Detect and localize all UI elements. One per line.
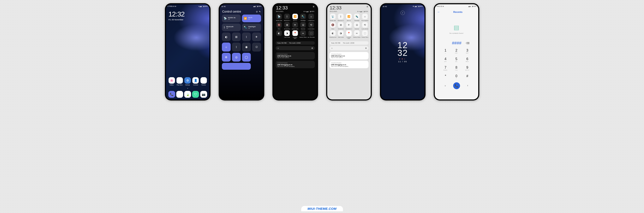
status-left: PM12:32 ⊕ <box>436 5 444 7</box>
qs-toggle[interactable]: 🔦Flashlight <box>353 14 360 21</box>
key-4[interactable]: 4GHI <box>440 56 451 63</box>
aod-min: 32 <box>398 49 408 57</box>
qs-toggle[interactable]: ◑Dark mode <box>284 30 290 39</box>
key-6[interactable]: 6MNO <box>462 56 473 63</box>
app-settings[interactable]: ⚙Settings <box>184 77 191 86</box>
toggle-sq[interactable]: ◐ <box>222 32 231 41</box>
qs-toggle[interactable]: 🔦Flashlight <box>300 14 307 21</box>
key-2[interactable]: 2ABC <box>451 48 462 54</box>
notification[interactable]: ⊙ Android SystemUSB tethering is onTap f… <box>276 52 315 59</box>
app-play-store[interactable]: ▶Play Store <box>176 77 183 86</box>
qs-date: 05/11/2021 <box>330 11 342 12</box>
qs-toggle[interactable]: ✈rplane mode <box>292 22 298 29</box>
toggle-sq[interactable]: ⚙ <box>222 53 231 62</box>
menu-icon[interactable]: ≡ <box>357 5 368 8</box>
key-*[interactable]: * <box>440 73 451 80</box>
tile-mobile da[interactable]: 📡Mobile daOff <box>222 14 241 22</box>
tile-wi-fi[interactable]: 📶Wi-FiOn <box>242 14 261 22</box>
menu-icon[interactable]: ≡ <box>445 85 446 87</box>
backspace-icon[interactable]: ⌫ <box>466 42 470 45</box>
qs-toggle[interactable]: ᛒBluetooth ᐯ <box>337 14 344 21</box>
call-button[interactable]: 📞 <box>453 82 460 89</box>
key-3[interactable]: 3DEF <box>462 48 473 54</box>
qs-toggle[interactable]: ✈Aeroplane m <box>345 22 352 29</box>
toggle-sq[interactable]: ◉ <box>242 42 251 51</box>
notification[interactable]: ⊙ Android SystemUSB debugging is onTap t… <box>276 61 315 68</box>
key-9[interactable]: 9WXYZ <box>462 65 473 72</box>
key-7[interactable]: 7PQRS <box>440 65 451 72</box>
qs-toggle[interactable]: ∞Nearby Share <box>353 30 360 39</box>
empty-text: No contacts found <box>435 32 478 34</box>
app-contacts[interactable]: 👤Contacts <box>192 77 199 86</box>
drawer-chevron-icon[interactable]: ⌃ <box>168 88 207 90</box>
dock-app[interactable]: 📷 <box>200 91 207 98</box>
key-1[interactable]: 1∞ <box>440 48 451 54</box>
dock-app[interactable]: ▯ <box>176 91 183 98</box>
status-left: 0.7KB/s ⊕ ⊗ <box>168 5 176 7</box>
qs-toggle[interactable]: ☼Auto-brightne <box>361 14 368 21</box>
menu-icon[interactable]: ≡ <box>304 5 314 8</box>
qs-toggle[interactable]: 📍LocationGPS <box>292 30 298 39</box>
toggle-sq[interactable]: ⟟ <box>232 42 241 51</box>
key-#[interactable]: # <box>462 73 473 80</box>
toggle-sq[interactable]: ◯ <box>242 53 251 62</box>
qs-toggle[interactable]: 📶Wi-Fi ᐯ <box>292 14 298 21</box>
phone-dialer: PM12:32 ⊕◢◢ ⬚▮ 66% ←Recents ▤No contacts… <box>434 3 479 101</box>
notification[interactable]: ⊙ Android SystemUSB tethering is onTap f… <box>330 52 368 59</box>
app-themes[interactable]: ✎Themes <box>200 77 207 86</box>
number-display: #### <box>452 41 462 45</box>
phone-control-centre: Jio 4G◢◢ ⬚▮ 66% Control centre⊙✎ 📡Mobile… <box>219 3 264 101</box>
auto-brightness-icon[interactable]: ⊛ <box>312 47 313 49</box>
sun-icon: ☼ <box>331 47 333 49</box>
qs-toggle[interactable]: 🔇Mute <box>276 22 283 29</box>
app-gallery[interactable]: 🌸Gallery <box>168 77 176 86</box>
qs-toggle[interactable]: ⬚een Recorder <box>308 30 314 39</box>
phone-home: 0.7KB/s ⊕ ⊗▾◢◢ ⬚▮ 66% 12:32 Fri, 05 Nove… <box>165 3 210 101</box>
brightness-slider[interactable]: ☼⊛ <box>276 46 315 50</box>
toggle-sq[interactable]: ✈ <box>252 32 261 41</box>
back-icon[interactable]: ← <box>437 10 440 14</box>
qs-toggle[interactable]: ☼o brightness <box>308 14 314 21</box>
dock-app[interactable]: 📞 <box>168 91 176 98</box>
qs-toggle[interactable]: ⊡Scanner <box>353 22 360 29</box>
key-0[interactable]: 0+ <box>451 73 462 80</box>
qs-toggle[interactable]: 📡Mobile data <box>330 14 336 21</box>
edit-icon[interactable]: ✎ <box>259 10 261 13</box>
auto-brightness-icon[interactable]: ⊛ <box>365 47 367 49</box>
qs-toggle[interactable]: ⟲Lock orientat <box>361 22 368 29</box>
brightness-slider[interactable]: ☼⊛ <box>330 46 368 50</box>
toggle-sq[interactable]: ⦾ <box>252 42 261 51</box>
qs-toggle[interactable]: ◐ <box>276 30 283 39</box>
qs-toggle[interactable]: ⊡Scanner <box>300 22 307 29</box>
notification[interactable]: ⊙ Android SystemUSB debugging is onTap t… <box>330 61 368 68</box>
qs-time: 12:33 <box>330 5 342 11</box>
key-8[interactable]: 8TUV <box>451 65 462 72</box>
qs-toggle[interactable]: 📡Mobile data <box>276 14 283 21</box>
toggle-sq[interactable]: ⟟ <box>242 32 251 41</box>
qs-toggle[interactable]: 📍LocationGPS <box>345 30 352 39</box>
qs-toggle[interactable]: 📶Wi-Fi ᐯ <box>345 14 352 21</box>
key-5[interactable]: 5JKL <box>451 56 462 63</box>
qs-toggle[interactable]: ◐Reading mod <box>330 30 336 39</box>
dock-app[interactable]: 🛡 <box>192 91 199 98</box>
dock-app[interactable]: 🍃 <box>184 91 191 98</box>
qs-toggle[interactable]: ⟲k orientation <box>308 22 314 29</box>
qs-toggle[interactable]: ᛒBluetooth ᐯ <box>284 14 290 21</box>
tile-bluetooth[interactable]: ᛒBluetoothOff <box>222 23 241 31</box>
status-right: ⊕ ▾◢◢ ⬚▮ 66% <box>357 11 368 12</box>
phone-aod: Jio 4G⊕ ◢◢ ⬚▮ 66% ✓ 12 32 FRI 11 / 05 <box>380 3 426 101</box>
settings-icon[interactable]: ⊙ <box>256 10 258 13</box>
qs-toggle[interactable]: ◑Dark mode <box>337 30 344 39</box>
toggle-sq[interactable]: ☼ <box>222 42 231 51</box>
dialer-title: Recents <box>454 11 462 13</box>
qs-toggle[interactable]: ∞Nearby Share <box>300 30 307 39</box>
grid-icon[interactable]: ⦀ <box>467 85 468 87</box>
brightness-slider[interactable] <box>222 63 251 70</box>
tile-flashlight[interactable]: 🔦FlashlightOff <box>242 23 261 31</box>
toggle-sq[interactable]: ⊞ <box>232 32 241 41</box>
qs-toggle[interactable]: ⊞Screenshot <box>284 22 290 29</box>
qs-toggle[interactable]: 🔇Mute <box>330 22 336 29</box>
qs-toggle[interactable]: ⬚Screen Reco <box>361 30 368 39</box>
qs-toggle[interactable]: ⊞Screenshot <box>337 22 344 29</box>
toggle-sq[interactable]: ◎ <box>232 53 241 62</box>
